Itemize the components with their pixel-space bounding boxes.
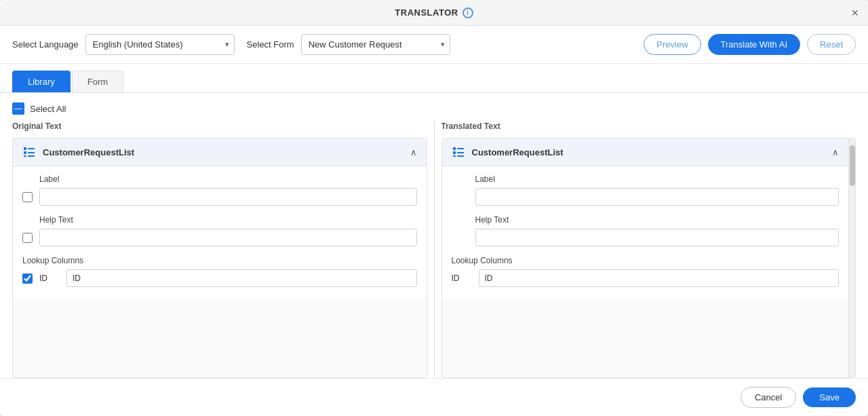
save-button[interactable]: Save bbox=[803, 387, 856, 407]
translated-section-header-left: CustomerRequestList bbox=[452, 145, 564, 159]
tab-form[interactable]: Form bbox=[72, 71, 123, 92]
translated-panel-scroll[interactable]: CustomerRequestList ∧ Label bbox=[441, 138, 856, 378]
translated-label-input[interactable] bbox=[475, 188, 840, 206]
panels-row: Original Text bbox=[12, 121, 856, 378]
translator-modal: TRANSLATOR i × Select Language English (… bbox=[0, 0, 868, 416]
original-section-header-left: CustomerRequestList bbox=[22, 145, 134, 159]
translated-lookup-id-input[interactable] bbox=[479, 269, 840, 287]
svg-rect-0 bbox=[24, 147, 26, 150]
original-panel-header: Original Text bbox=[12, 121, 427, 134]
translated-section-body: Label Help Text bbox=[442, 166, 849, 299]
select-language-label: Select Language bbox=[12, 39, 79, 50]
original-collapse-icon[interactable]: ∧ bbox=[410, 147, 417, 157]
original-lookup-id-label: ID bbox=[39, 273, 60, 283]
translated-panel-header: Translated Text bbox=[441, 121, 856, 134]
toolbar-buttons: Preview Translate With AI Reset bbox=[644, 34, 856, 55]
toolbar: Select Language English (United States) … bbox=[0, 26, 868, 64]
language-select[interactable]: English (United States) Spanish French bbox=[85, 34, 235, 55]
language-select-wrapper: English (United States) Spanish French ▾ bbox=[85, 34, 235, 55]
translated-panel-content: CustomerRequestList ∧ Label bbox=[442, 138, 849, 377]
content-area: Select All Original Text bbox=[0, 93, 868, 378]
svg-rect-3 bbox=[28, 152, 35, 153]
original-panel: Original Text bbox=[12, 121, 427, 378]
translated-label-row: Label bbox=[452, 174, 840, 206]
info-icon[interactable]: i bbox=[462, 7, 473, 18]
modal-header: TRANSLATOR i × bbox=[0, 0, 868, 26]
original-section-title: CustomerRequestList bbox=[43, 147, 134, 157]
original-helptext-checkbox[interactable] bbox=[22, 233, 33, 243]
tab-bar: Library Form bbox=[0, 64, 868, 93]
translated-helptext-input[interactable] bbox=[475, 229, 840, 246]
translated-lookup-label: Lookup Columns bbox=[452, 256, 840, 265]
original-lookup-id-input[interactable] bbox=[66, 269, 417, 287]
original-section-header[interactable]: CustomerRequestList ∧ bbox=[13, 138, 427, 166]
svg-rect-9 bbox=[457, 152, 464, 153]
select-all-label[interactable]: Select All bbox=[30, 104, 66, 114]
select-form-label: Select Form bbox=[247, 39, 294, 50]
list-grid-icon bbox=[22, 145, 36, 159]
original-section-body: Label Help Text bbox=[13, 166, 427, 299]
form-group: Select Form New Customer Request Support… bbox=[247, 34, 450, 55]
translated-list-grid-icon bbox=[452, 145, 465, 159]
translated-helptext-content: Help Text bbox=[475, 215, 840, 246]
original-label-input[interactable] bbox=[39, 188, 417, 206]
translated-panel: Translated Text bbox=[441, 121, 856, 378]
original-lookup-id-checkbox[interactable] bbox=[22, 273, 33, 284]
svg-rect-5 bbox=[28, 155, 35, 157]
translated-lookup-id-label: ID bbox=[452, 273, 472, 283]
original-label-content: Label bbox=[39, 174, 417, 206]
svg-rect-4 bbox=[24, 155, 26, 157]
original-helptext-row: Help Text bbox=[22, 215, 417, 246]
panel-vertical-divider bbox=[434, 121, 435, 378]
close-button[interactable]: × bbox=[851, 7, 859, 19]
form-select-wrapper: New Customer Request Support Ticket ▾ bbox=[301, 34, 450, 55]
svg-rect-2 bbox=[24, 151, 26, 154]
svg-rect-1 bbox=[28, 148, 35, 149]
translated-label-content: Label bbox=[475, 174, 840, 206]
original-label-row: Label bbox=[22, 174, 417, 206]
preview-button[interactable]: Preview bbox=[644, 34, 701, 55]
cancel-button[interactable]: Cancel bbox=[741, 387, 796, 408]
svg-rect-11 bbox=[457, 155, 464, 157]
original-lookup-id-row: ID bbox=[22, 269, 417, 287]
form-select[interactable]: New Customer Request Support Ticket bbox=[301, 34, 450, 55]
modal-title: TRANSLATOR i bbox=[395, 7, 473, 18]
translated-helptext-text: Help Text bbox=[475, 215, 840, 225]
translated-lookup-section: Lookup Columns ID bbox=[452, 256, 840, 287]
translate-button[interactable]: Translate With AI bbox=[708, 34, 801, 55]
modal-title-text: TRANSLATOR bbox=[395, 7, 458, 18]
svg-rect-8 bbox=[453, 151, 456, 154]
footer: Cancel Save bbox=[0, 378, 868, 416]
translated-label-text: Label bbox=[475, 174, 840, 184]
original-lookup-label: Lookup Columns bbox=[22, 256, 417, 265]
translated-lookup-id-row: ID bbox=[452, 269, 840, 287]
scrollbar-thumb bbox=[850, 145, 855, 186]
original-lookup-section: Lookup Columns ID bbox=[22, 256, 417, 287]
translated-collapse-icon[interactable]: ∧ bbox=[832, 147, 839, 157]
scrollbar-track[interactable] bbox=[848, 138, 855, 377]
select-all-icon[interactable] bbox=[12, 102, 24, 115]
svg-rect-6 bbox=[453, 147, 456, 150]
original-panel-scroll[interactable]: CustomerRequestList ∧ Label bbox=[12, 138, 427, 378]
language-group: Select Language English (United States) … bbox=[12, 34, 235, 55]
svg-rect-10 bbox=[453, 155, 456, 157]
translated-helptext-row: Help Text bbox=[452, 215, 840, 246]
tab-library[interactable]: Library bbox=[12, 71, 71, 92]
original-helptext-text: Help Text bbox=[39, 215, 417, 225]
translated-section-header[interactable]: CustomerRequestList ∧ bbox=[442, 138, 849, 166]
original-helptext-input[interactable] bbox=[39, 229, 417, 246]
translated-section-title: CustomerRequestList bbox=[472, 147, 564, 157]
reset-button[interactable]: Reset bbox=[807, 34, 856, 55]
svg-rect-7 bbox=[457, 148, 464, 149]
original-label-checkbox[interactable] bbox=[22, 192, 33, 202]
select-all-row: Select All bbox=[12, 102, 856, 115]
original-helptext-content: Help Text bbox=[39, 215, 417, 246]
original-label-text: Label bbox=[39, 174, 417, 184]
